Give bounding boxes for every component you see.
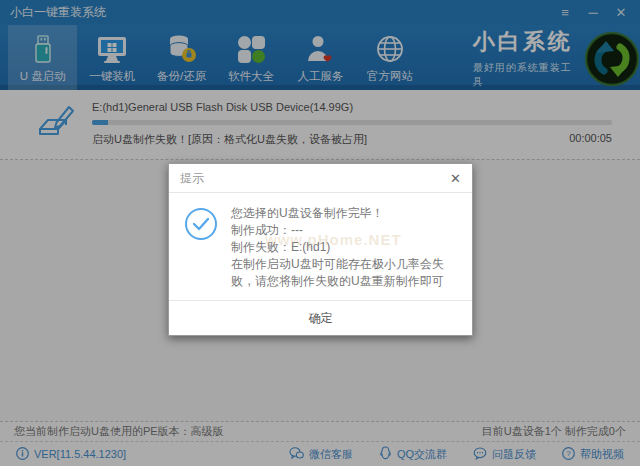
dialog-line: 制作失败：E:(hd1) [231,239,458,256]
dialog-close-icon[interactable]: ✕ [450,172,461,185]
dialog-title: 提示 [180,170,204,187]
dialog-header: 提示 ✕ [169,164,472,193]
dialog-line: 在制作启动U盘时可能存在极小几率会失败，请您将制作失败的U盘重新制作即可 [231,256,458,290]
app-window: 小白一键重装系统 ≡ ─ ✕ U 盘启动 [0,0,640,466]
dialog-message: 您选择的U盘设备制作完毕！ 制作成功：--- 制作失败：E:(hd1) 在制作启… [231,205,458,290]
success-check-icon [185,208,217,240]
dialog-line: 制作成功：--- [231,222,458,239]
ok-button[interactable]: 确定 [279,304,363,333]
dialog-body: 您选择的U盘设备制作完毕！ 制作成功：--- 制作失败：E:(hd1) 在制作启… [169,193,472,300]
dialog-line: 您选择的U盘设备制作完毕！ [231,205,458,222]
prompt-dialog: 提示 ✕ 您选择的U盘设备制作完毕！ 制作成功：--- 制作失败：E:(hd1)… [168,163,473,336]
dialog-footer: 确定 [169,300,472,335]
